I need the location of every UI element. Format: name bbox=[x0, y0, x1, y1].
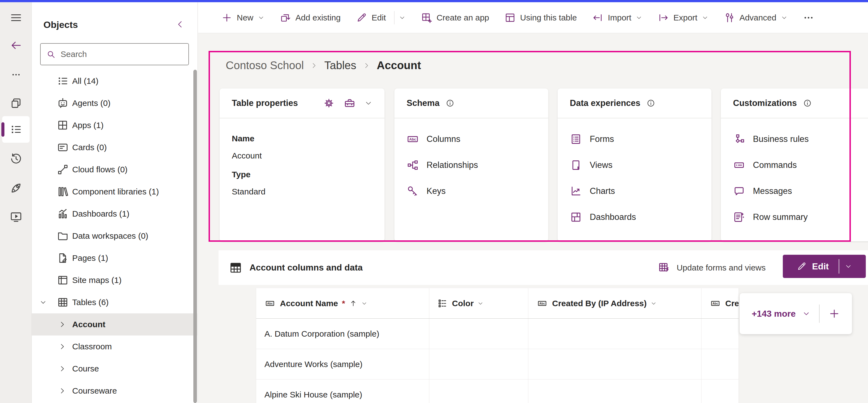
schema-columns-link[interactable]: AbcColumns bbox=[407, 126, 536, 152]
edit-data-button[interactable]: Edit bbox=[783, 255, 866, 278]
card-title: Schema bbox=[407, 98, 439, 108]
divider bbox=[819, 305, 819, 323]
info-icon[interactable] bbox=[803, 99, 812, 107]
import-button[interactable]: Import bbox=[592, 12, 642, 23]
schema-card: Schema AbcColumns Relationships Keys bbox=[395, 89, 548, 241]
column-header-account-name[interactable]: Abc Account Name * bbox=[256, 288, 429, 318]
dashboards-link[interactable]: Dashboards bbox=[570, 204, 699, 230]
chevron-down-icon[interactable] bbox=[477, 300, 484, 307]
sidebar-item-site-maps[interactable]: Site maps (1) bbox=[32, 269, 197, 291]
back-button[interactable] bbox=[0, 32, 32, 59]
cell-color[interactable] bbox=[429, 319, 528, 349]
chevron-right-icon[interactable] bbox=[58, 343, 66, 350]
pages-stack-icon bbox=[10, 97, 22, 110]
breadcrumb-tables[interactable]: Tables bbox=[324, 59, 356, 72]
cell-color[interactable] bbox=[429, 379, 528, 403]
info-icon[interactable] bbox=[646, 99, 655, 107]
cell-created-by[interactable] bbox=[528, 379, 702, 403]
panel-scrollbar[interactable] bbox=[193, 70, 197, 403]
breadcrumb-environment[interactable]: Contoso School bbox=[226, 59, 304, 72]
toolbox-icon[interactable] bbox=[344, 97, 356, 109]
cell-created-by[interactable] bbox=[528, 319, 702, 349]
chevron-down-icon[interactable] bbox=[845, 263, 852, 270]
commands-link[interactable]: Commands bbox=[733, 152, 863, 178]
sidebar-item-all[interactable]: All (14) bbox=[32, 70, 197, 92]
sidebar-item-apps[interactable]: Apps (1) bbox=[32, 114, 197, 136]
cell-extra[interactable] bbox=[702, 379, 739, 403]
info-icon[interactable] bbox=[445, 99, 455, 107]
advanced-button[interactable]: Advanced bbox=[724, 12, 787, 23]
sidebar-item-component-libraries[interactable]: Component libraries (1) bbox=[32, 181, 197, 203]
sidebar-item-table-classroom[interactable]: Classroom bbox=[32, 336, 197, 358]
new-button[interactable]: New bbox=[221, 12, 265, 23]
forms-link[interactable]: Forms bbox=[570, 126, 699, 152]
update-forms-and-views-button[interactable]: Update forms and views bbox=[658, 250, 766, 285]
export-button[interactable]: Export bbox=[658, 12, 708, 23]
collapse-panel-button[interactable] bbox=[176, 20, 185, 29]
chevron-right-icon bbox=[310, 62, 317, 69]
robot-icon bbox=[57, 97, 69, 109]
svg-text:Abc: Abc bbox=[409, 137, 416, 141]
create-an-app-button[interactable]: Create an app bbox=[421, 12, 489, 23]
rail-history-button[interactable] bbox=[0, 145, 32, 173]
cell-extra[interactable] bbox=[702, 349, 739, 379]
business-rules-link[interactable]: Business rules bbox=[733, 126, 863, 152]
cell-color[interactable] bbox=[429, 349, 528, 379]
more-columns-button[interactable]: +143 more bbox=[751, 309, 796, 319]
column-header-clipped[interactable]: Abc Crea bbox=[702, 288, 739, 318]
abc-icon: Abc bbox=[264, 299, 276, 308]
search-box[interactable] bbox=[40, 43, 189, 65]
hamburger-icon bbox=[10, 11, 22, 24]
objects-panel-title: Objects bbox=[43, 19, 78, 30]
using-this-table-button[interactable]: Using this table bbox=[504, 12, 577, 23]
rail-objects-button[interactable] bbox=[0, 116, 32, 143]
sidebar-item-tables[interactable]: Tables (6) bbox=[32, 291, 197, 313]
search-input[interactable] bbox=[60, 49, 183, 59]
folder-icon bbox=[57, 230, 69, 242]
cell-account-name[interactable]: Adventure Works (sample) bbox=[256, 349, 429, 379]
views-link[interactable]: Views bbox=[570, 152, 699, 178]
chevron-down-icon bbox=[781, 14, 787, 21]
column-header-created-by-ip[interactable]: Abc Created By (IP Address) bbox=[528, 288, 702, 318]
sidebar-item-cloud-flows[interactable]: Cloud flows (0) bbox=[32, 158, 197, 181]
cell-created-by[interactable] bbox=[528, 349, 702, 379]
messages-link[interactable]: Messages bbox=[733, 178, 863, 204]
sidebar-item-pages[interactable]: Pages (1) bbox=[32, 247, 197, 269]
sidebar-item-cards[interactable]: Cards (0) bbox=[32, 136, 197, 158]
schema-keys-link[interactable]: Keys bbox=[407, 178, 536, 204]
column-header-color[interactable]: Color bbox=[429, 288, 528, 318]
cell-account-name[interactable]: Alpine Ski House (sample) bbox=[256, 379, 429, 403]
rail-pages-button[interactable] bbox=[0, 90, 32, 117]
sidebar-item-dashboards[interactable]: Dashboards (1) bbox=[32, 203, 197, 225]
rail-launch-button[interactable] bbox=[0, 174, 32, 202]
schema-relationships-link[interactable]: Relationships bbox=[407, 152, 536, 178]
chevron-down-icon[interactable] bbox=[651, 300, 657, 307]
add-existing-button[interactable]: Add existing bbox=[280, 12, 341, 23]
cell-account-name[interactable]: A. Datum Corporation (sample) bbox=[256, 319, 429, 349]
gear-icon[interactable] bbox=[323, 97, 335, 109]
sidebar-item-table-courseware[interactable]: Courseware bbox=[32, 380, 197, 402]
sidebar-item-table-account[interactable]: Account bbox=[32, 313, 197, 336]
chevron-right-icon[interactable] bbox=[58, 387, 66, 395]
sidebar-item-agents[interactable]: Agents (0) bbox=[32, 92, 197, 114]
chevron-right-icon[interactable] bbox=[58, 320, 66, 328]
rail-share-screen-button[interactable] bbox=[0, 203, 32, 231]
row-summary-link[interactable]: Row summary bbox=[733, 204, 863, 230]
add-column-icon[interactable] bbox=[829, 308, 840, 319]
sidebar-item-table-course[interactable]: Course bbox=[32, 358, 197, 380]
chevron-down-icon[interactable] bbox=[39, 299, 47, 306]
sidebar-item-data-workspaces[interactable]: Data workspaces (0) bbox=[32, 225, 197, 247]
chevron-right-icon[interactable] bbox=[58, 365, 66, 373]
chevron-down-icon[interactable] bbox=[399, 14, 405, 21]
hamburger-menu-button[interactable] bbox=[0, 4, 32, 32]
more-commands-button[interactable] bbox=[803, 12, 814, 23]
chevron-down-icon[interactable] bbox=[802, 310, 810, 317]
chevron-down-icon[interactable] bbox=[361, 300, 367, 307]
edit-split-button[interactable]: Edit bbox=[356, 11, 405, 24]
chevron-down-icon[interactable] bbox=[365, 99, 372, 107]
cell-extra[interactable] bbox=[702, 319, 739, 349]
chevron-down-icon bbox=[258, 14, 265, 21]
charts-link[interactable]: Charts bbox=[570, 178, 699, 204]
table-properties-card: Table properties Name Account Type Stand… bbox=[220, 89, 384, 241]
rail-more-button[interactable] bbox=[0, 61, 32, 89]
